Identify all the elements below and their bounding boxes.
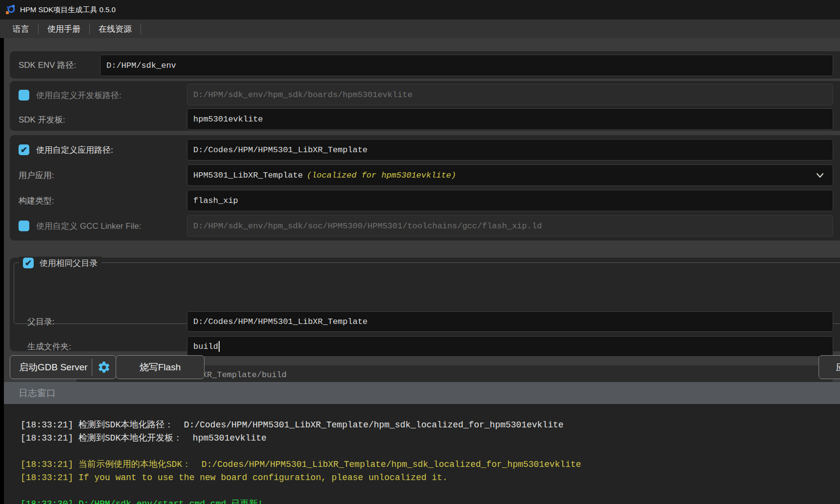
custom-board-path-value: D:/HPM/sdk_env/hpm_sdk/boards/hpm5301evk…	[193, 90, 412, 100]
sdk-board-label: SDK 开发板:	[19, 114, 65, 125]
custom-linker-label: 使用自定义 GCC Linker File:	[36, 221, 141, 232]
apply-button-label: 应用	[836, 361, 840, 374]
checkmark-icon: ✔	[25, 259, 32, 267]
user-app-combobox[interactable]: HPM5301_LibXR_Template (localized for hp…	[187, 164, 833, 186]
parent-dir-value: D:/Codes/HPM/HPM5301_LibXR_Template	[193, 317, 368, 326]
custom-linker-path-input: D:/HPM/sdk_env/hpm_sdk/soc/HPM5300/HPM53…	[187, 215, 833, 237]
build-type-label: 构建类型:	[19, 195, 54, 206]
sdk-board-input[interactable]: hpm5301evklite	[187, 108, 833, 130]
sdk-env-path-input[interactable]: D:/HPM/sdk_env	[100, 55, 833, 76]
custom-linker-path-value: D:/HPM/sdk_env/hpm_sdk/soc/HPM5300/HPM53…	[193, 222, 542, 231]
log-line: [18:33:21] 检测到SDK本地化开发板： hpm5301evklite	[20, 432, 840, 445]
log-line: [18:33:21] 检测到SDK本地化路径： D:/Codes/HPM/HPM…	[20, 419, 840, 432]
app-logo-icon	[5, 5, 15, 15]
same-parent-label: 使用相同父目录	[40, 258, 98, 269]
button-separator	[92, 359, 92, 376]
window-title: HPM SDK项目生成工具 0.5.0	[20, 5, 116, 15]
menu-separator	[141, 23, 141, 34]
menu-manual[interactable]: 使用手册	[39, 20, 89, 38]
log-line: [18:33:30] D:/HPM/sdk_env/start_cmd.cmd …	[20, 498, 840, 504]
checkmark-icon: ✔	[20, 146, 27, 154]
build-type-input[interactable]: flash_xip	[187, 190, 833, 211]
start-gdb-server-button[interactable]: 启动GDB Server	[10, 355, 116, 379]
user-app-label: 用户应用:	[19, 170, 54, 181]
log-line: [18:33:21] If you want to use the new bo…	[20, 471, 840, 484]
log-window-title: 日志窗口	[19, 387, 56, 400]
log-line	[20, 445, 840, 458]
user-app-value: HPM5301_LibXR_Template	[193, 171, 303, 180]
custom-app-path-value: D:/Codes/HPM/HPM5301_LibXR_Template	[193, 145, 368, 155]
sdk-env-path-value: D:/HPM/sdk_env	[106, 61, 176, 70]
user-app-annotation: (localized for hpm5301evklite)	[307, 171, 456, 180]
text-cursor	[219, 341, 220, 352]
custom-linker-checkbox[interactable]: ✔	[19, 221, 29, 231]
build-type-value: flash_xip	[193, 196, 238, 205]
menu-online-resources[interactable]: 在线资源	[90, 20, 141, 38]
parent-dir-label: 父目录:	[27, 316, 55, 327]
log-line: [18:33:21] 当前示例使用的本地化SDK： D:/Codes/HPM/H…	[20, 458, 840, 471]
custom-board-path-input: D:/HPM/sdk_env/hpm_sdk/boards/hpm5301evk…	[187, 84, 833, 105]
apply-button[interactable]: 应用	[819, 355, 840, 379]
start-gdb-server-label: 启动GDB Server	[19, 361, 87, 374]
parent-dir-input[interactable]: D:/Codes/HPM/HPM5301_LibXR_Template	[187, 311, 833, 332]
chevron-down-icon[interactable]	[814, 169, 826, 181]
same-parent-checkbox[interactable]: ✔	[23, 258, 34, 268]
custom-board-checkbox[interactable]: ✔	[19, 90, 29, 101]
build-folder-label: 生成文件夹:	[27, 341, 71, 352]
menu-bar: 语言 使用手册 在线资源	[0, 20, 840, 38]
build-folder-value: build	[193, 342, 218, 351]
custom-app-path-input[interactable]: D:/Codes/HPM/HPM5301_LibXR_Template	[187, 139, 833, 161]
title-bar: HPM SDK项目生成工具 0.5.0	[0, 0, 840, 20]
same-parent-group-title: ✔ 使用相同父目录	[19, 257, 102, 269]
custom-app-label: 使用自定义应用路径:	[36, 144, 113, 156]
menu-language[interactable]: 语言	[4, 20, 38, 38]
main-content: SDK ENV 路径: D:/HPM/sdk_env ✔ 使用自定义开发板路径:…	[4, 38, 840, 504]
log-window-header: 日志窗口	[4, 382, 840, 404]
flash-button-label: 烧写Flash	[140, 361, 181, 374]
gear-icon[interactable]	[97, 361, 111, 374]
sdk-env-label: SDK ENV 路径:	[19, 60, 76, 71]
build-folder-input[interactable]: build	[187, 336, 833, 357]
flash-button[interactable]: 烧写Flash	[116, 355, 205, 379]
log-output-area[interactable]: [18:33:21] 检测到SDK本地化路径： D:/Codes/HPM/HPM…	[4, 404, 840, 504]
custom-board-label: 使用自定义开发板路径:	[36, 90, 122, 101]
custom-app-checkbox[interactable]: ✔	[19, 144, 29, 155]
log-line	[20, 484, 840, 498]
sdk-board-value: hpm5301evklite	[193, 115, 263, 124]
